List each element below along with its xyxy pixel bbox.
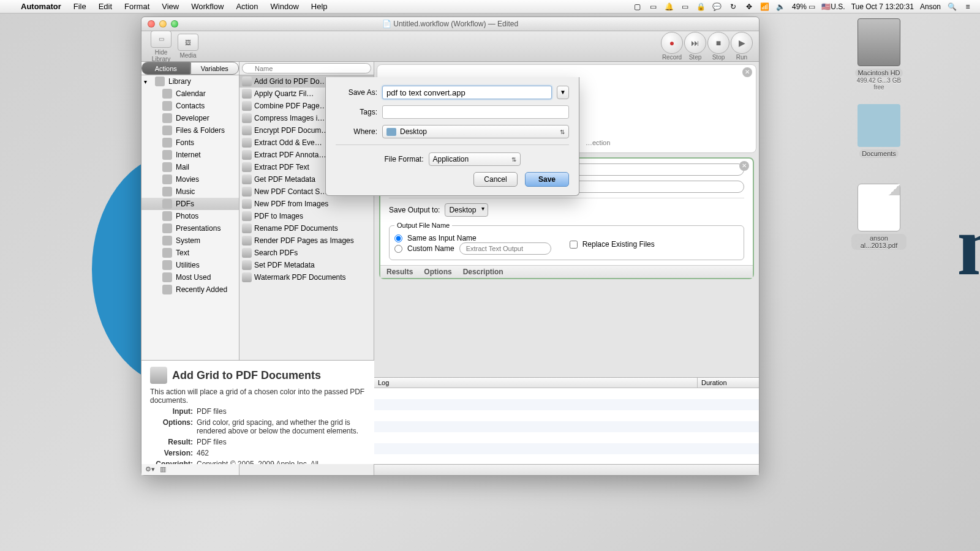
- desktop-icon-documents[interactable]: Documents: [851, 104, 907, 158]
- desktop-icon-pdf-file[interactable]: anson al...2013.pdf: [851, 184, 907, 250]
- library-item-pdfs[interactable]: PDFs: [141, 198, 239, 210]
- clock[interactable]: Tue Oct 7 13:20:31: [851, 2, 914, 11]
- save-output-to-select[interactable]: Desktop: [445, 203, 488, 217]
- library-item-developer[interactable]: Developer: [141, 112, 239, 124]
- chat-icon[interactable]: 💬: [712, 2, 722, 11]
- menu-file[interactable]: File: [67, 2, 92, 11]
- library-item-photos[interactable]: Photos: [141, 210, 239, 222]
- tags-field[interactable]: [382, 105, 569, 119]
- save-output-to-label: Save Output to:: [389, 206, 440, 214]
- input-source[interactable]: 🇺🇸U.S.: [821, 2, 845, 11]
- record-button[interactable]: ●Record: [661, 32, 683, 61]
- step-button[interactable]: ⏭Step: [684, 32, 706, 61]
- file-format-select[interactable]: Application: [429, 152, 521, 166]
- log-pane: Log Duration: [374, 377, 759, 475]
- app-menu[interactable]: Automator: [15, 2, 67, 11]
- show-hide-toggle[interactable]: ▥: [160, 465, 166, 473]
- wifi-icon[interactable]: 📶: [760, 2, 770, 11]
- run-button[interactable]: ▶Run: [731, 32, 753, 61]
- window-zoom-button[interactable]: [171, 20, 178, 28]
- action-tab-results[interactable]: Results: [386, 268, 413, 276]
- menu-bar: Automator File Edit Format View Workflow…: [0, 0, 980, 13]
- cancel-button[interactable]: Cancel: [473, 172, 518, 187]
- volume-icon[interactable]: 🔈: [776, 2, 786, 11]
- window-close-button[interactable]: [148, 20, 155, 28]
- keyboard-icon[interactable]: ✥: [744, 2, 754, 11]
- gear-menu[interactable]: ⚙▾: [145, 465, 155, 473]
- library-item-contacts[interactable]: Contacts: [141, 100, 239, 112]
- facetime-icon[interactable]: ▢: [633, 2, 643, 11]
- menu-view[interactable]: View: [156, 2, 185, 11]
- menu-workflow[interactable]: Workflow: [185, 2, 230, 11]
- action-close-button[interactable]: ✕: [742, 67, 752, 77]
- tab-variables[interactable]: Variables: [190, 62, 239, 75]
- log-rows[interactable]: [374, 388, 759, 464]
- action-icon: [242, 77, 252, 86]
- action-icon: [242, 248, 252, 258]
- library-item-recently-added[interactable]: Recently Added: [141, 283, 239, 296]
- hide-library-button[interactable]: ▭Hide Library: [148, 31, 175, 62]
- library-root[interactable]: Library: [141, 75, 239, 88]
- action-close-button[interactable]: ✕: [739, 161, 749, 171]
- notification-center-icon[interactable]: ≡: [963, 2, 973, 11]
- action-icon: [242, 187, 252, 197]
- spotlight-icon[interactable]: 🔍: [947, 2, 957, 11]
- display-icon[interactable]: ▭: [649, 2, 658, 11]
- library-item-movies[interactable]: Movies: [141, 173, 239, 186]
- save-as-field[interactable]: [382, 86, 552, 99]
- expand-save-dialog-button[interactable]: ▼: [557, 86, 569, 99]
- tab-actions[interactable]: Actions: [141, 62, 190, 75]
- battery-status[interactable]: 49% ▭: [792, 2, 815, 11]
- library-item-calendar[interactable]: Calendar: [141, 88, 239, 100]
- lock-icon[interactable]: 🔒: [696, 2, 706, 11]
- action-tab-options[interactable]: Options: [424, 268, 451, 276]
- window-minimize-button[interactable]: [159, 20, 167, 28]
- tags-label: Tags:: [336, 108, 377, 116]
- menu-window[interactable]: Window: [265, 2, 305, 11]
- airplay-icon[interactable]: ▭: [680, 2, 690, 11]
- duration-column-header[interactable]: Duration: [698, 378, 759, 388]
- menu-help[interactable]: Help: [305, 2, 334, 11]
- custom-name-radio[interactable]: [394, 245, 402, 253]
- library-item-most-used[interactable]: Most Used: [141, 271, 239, 283]
- user-menu[interactable]: Anson: [920, 2, 941, 11]
- save-button[interactable]: Save: [525, 172, 569, 187]
- action-item[interactable]: Render PDF Pages as Images: [239, 234, 374, 247]
- library-item-text[interactable]: Text: [141, 247, 239, 259]
- window-titlebar[interactable]: 📄 Untitled.workflow (Workflow) — Edited: [141, 17, 759, 31]
- notification-icon[interactable]: 🔔: [665, 2, 674, 11]
- sync-icon[interactable]: ↻: [728, 2, 738, 11]
- action-icon: [242, 272, 252, 282]
- action-item[interactable]: Watermark PDF Documents: [239, 271, 374, 283]
- menu-edit[interactable]: Edit: [92, 2, 118, 11]
- action-item[interactable]: New PDF from Images: [239, 198, 374, 210]
- library-item-fonts[interactable]: Fonts: [141, 137, 239, 149]
- library-item-music[interactable]: Music: [141, 186, 239, 198]
- library-icon: [155, 77, 165, 86]
- library-item-utilities[interactable]: Utilities: [141, 259, 239, 271]
- log-column-header[interactable]: Log: [374, 378, 698, 388]
- search-input[interactable]: [242, 63, 371, 73]
- custom-name-field[interactable]: [459, 242, 551, 255]
- desktop-icon-macintosh-hd[interactable]: Macintosh HD 499.42 G...3 GB free: [851, 18, 907, 91]
- action-tab-description[interactable]: Description: [463, 268, 503, 276]
- same-as-input-radio[interactable]: [394, 234, 402, 242]
- library-item-system[interactable]: System: [141, 234, 239, 247]
- folder-icon: [858, 104, 900, 147]
- media-button[interactable]: 🖼Media: [175, 34, 202, 59]
- menu-action[interactable]: Action: [230, 2, 264, 11]
- stop-button[interactable]: ■Stop: [707, 32, 729, 61]
- menu-format[interactable]: Format: [118, 2, 156, 11]
- library-item-files-folders[interactable]: Files & Folders: [141, 124, 239, 137]
- category-icon: [162, 260, 172, 270]
- library-item-mail[interactable]: Mail: [141, 161, 239, 173]
- action-item[interactable]: Search PDFs: [239, 247, 374, 259]
- toolbar: ▭Hide Library 🖼Media ●Record ⏭Step ■Stop…: [141, 31, 759, 62]
- action-item[interactable]: Rename PDF Documents: [239, 222, 374, 234]
- replace-existing-checkbox[interactable]: [570, 241, 578, 249]
- action-item[interactable]: Set PDF Metadata: [239, 259, 374, 271]
- where-select[interactable]: Desktop: [382, 125, 569, 138]
- action-item[interactable]: PDF to Images: [239, 210, 374, 222]
- library-item-internet[interactable]: Internet: [141, 149, 239, 161]
- library-item-presentations[interactable]: Presentations: [141, 222, 239, 234]
